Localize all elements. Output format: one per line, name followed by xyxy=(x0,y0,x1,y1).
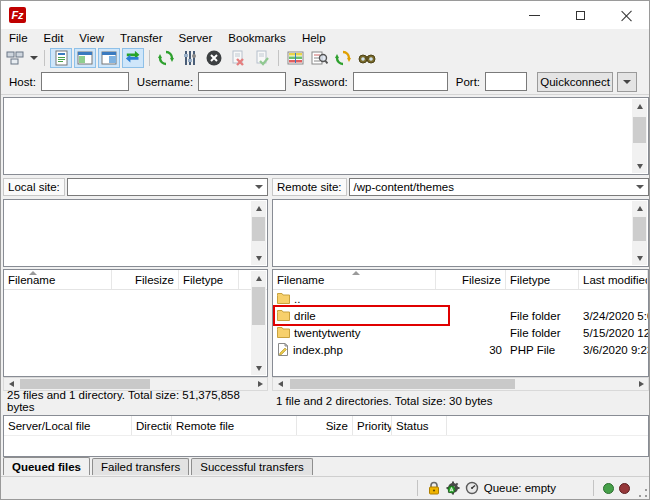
column-header-server-local-file[interactable]: Server/Local file xyxy=(4,416,132,435)
menu-view[interactable]: View xyxy=(71,29,112,47)
local-site-label: Local site: xyxy=(3,178,65,196)
minimize-icon xyxy=(529,15,540,16)
site-manager-button[interactable] xyxy=(4,48,26,68)
process-queue-button[interactable] xyxy=(179,48,201,68)
column-header-priority[interactable]: Priority xyxy=(353,416,392,435)
toolbar xyxy=(3,47,649,69)
column-header-direction[interactable]: Direction xyxy=(132,416,172,435)
resize-grip[interactable] xyxy=(639,489,647,497)
window-controls xyxy=(511,1,649,29)
tab-successful-transfers[interactable]: Successful transfers xyxy=(191,458,313,475)
synchronized-browsing-icon xyxy=(335,50,351,66)
toolbar-separator xyxy=(278,50,279,66)
file-row-parent[interactable]: .. xyxy=(273,290,648,307)
scroll-up-icon[interactable] xyxy=(632,201,647,215)
close-button[interactable] xyxy=(603,1,649,29)
quickconnect-button[interactable]: Quickconnect xyxy=(537,72,613,92)
synchronized-browsing-button[interactable] xyxy=(332,48,354,68)
chevron-down-icon xyxy=(255,185,263,189)
statusbar-separator xyxy=(593,480,594,496)
file-row-index-php[interactable]: index.php 30 PHP File 3/6/2020 9:23 xyxy=(273,341,648,358)
quickconnect-dropdown[interactable] xyxy=(617,72,637,92)
column-header-remote-file[interactable]: Remote file xyxy=(172,416,297,435)
scrollbar-thumb[interactable] xyxy=(20,379,150,389)
scrollbar-thumb[interactable] xyxy=(633,117,646,143)
scroll-down-icon[interactable] xyxy=(632,159,647,173)
column-header-size[interactable]: Size xyxy=(297,416,353,435)
message-log-scrollbar[interactable] xyxy=(632,99,647,173)
red-indicator-icon xyxy=(619,483,630,494)
column-header-filesize[interactable]: Filesize xyxy=(436,270,506,289)
minimize-button[interactable] xyxy=(511,1,557,29)
toggle-message-log-button[interactable] xyxy=(50,48,72,68)
scrollbar-thumb[interactable] xyxy=(290,379,515,389)
local-site-combobox[interactable] xyxy=(67,178,268,196)
remote-site-combobox[interactable]: /wp-content/themes xyxy=(349,178,649,196)
port-input[interactable] xyxy=(485,72,527,91)
scroll-up-icon[interactable] xyxy=(251,271,266,285)
gauge-icon[interactable] xyxy=(465,481,479,495)
remote-list-hscrollbar[interactable] xyxy=(272,377,649,391)
message-log xyxy=(3,97,649,175)
toggle-remote-tree-button[interactable] xyxy=(98,48,120,68)
delete-file-button[interactable] xyxy=(227,48,249,68)
column-header-filesize[interactable]: Filesize xyxy=(112,270,179,289)
refresh-button[interactable] xyxy=(155,48,177,68)
column-header-status[interactable]: Status xyxy=(392,416,447,435)
site-manager-dropdown[interactable] xyxy=(27,48,40,68)
scroll-right-icon[interactable] xyxy=(634,378,648,390)
scrollbar-thumb[interactable] xyxy=(633,217,646,241)
toggle-local-tree-button[interactable] xyxy=(74,48,96,68)
local-tree-scrollbar[interactable] xyxy=(251,201,266,265)
cancel-button[interactable] xyxy=(203,48,225,68)
column-header-filetype[interactable]: Filetype xyxy=(506,270,579,289)
menu-transfer[interactable]: Transfer xyxy=(112,29,170,47)
file-row-twentytwenty[interactable]: twentytwenty File folder 5/15/2020 12: xyxy=(273,324,648,341)
column-header-last-modified[interactable]: Last modified xyxy=(579,270,648,289)
scroll-down-icon[interactable] xyxy=(251,251,266,265)
menu-help[interactable]: Help xyxy=(294,29,334,47)
password-input[interactable] xyxy=(353,72,448,91)
scrollbar-thumb[interactable] xyxy=(252,217,265,241)
filezilla-window: Fz File Edit View Transfer Server Bookma… xyxy=(0,0,650,500)
host-input[interactable] xyxy=(41,72,129,91)
gear-icon[interactable] xyxy=(446,481,460,495)
file-ok-icon xyxy=(254,50,270,66)
tab-queued-files[interactable]: Queued files xyxy=(3,457,90,475)
file-ok-button[interactable] xyxy=(251,48,273,68)
column-header-filename[interactable]: Filename xyxy=(4,270,112,289)
menu-bookmarks[interactable]: Bookmarks xyxy=(220,29,294,47)
filezilla-logo-icon: Fz xyxy=(9,7,26,23)
remote-tree-scrollbar[interactable] xyxy=(632,201,647,265)
scroll-down-icon[interactable] xyxy=(632,251,647,265)
menu-edit[interactable]: Edit xyxy=(36,29,72,47)
file-size xyxy=(436,307,506,324)
folder-icon xyxy=(277,310,290,321)
toolbar-separator xyxy=(44,50,45,66)
local-tree xyxy=(3,199,268,267)
refresh-icon xyxy=(158,50,174,66)
scroll-up-icon[interactable] xyxy=(632,99,647,113)
scroll-down-icon[interactable] xyxy=(251,361,266,375)
scroll-left-icon[interactable] xyxy=(273,378,287,390)
maximize-button[interactable] xyxy=(557,1,603,29)
toolbar-separator xyxy=(149,50,150,66)
menu-file[interactable]: File xyxy=(1,29,36,47)
local-list-status: 25 files and 1 directory. Total size: 51… xyxy=(3,391,268,410)
scroll-up-icon[interactable] xyxy=(251,201,266,215)
port-label: Port: xyxy=(456,76,480,88)
column-header-filetype[interactable]: Filetype xyxy=(179,270,239,289)
toggle-transfer-queue-button[interactable] xyxy=(122,48,144,68)
directory-comparison-button[interactable] xyxy=(284,48,306,68)
filter-button[interactable] xyxy=(308,48,330,68)
find-files-button[interactable] xyxy=(356,48,378,68)
lock-icon[interactable] xyxy=(427,481,441,495)
file-row-drile[interactable]: drile File folder 3/24/2020 5:0 xyxy=(273,307,648,324)
menu-server[interactable]: Server xyxy=(170,29,220,47)
username-input[interactable] xyxy=(198,72,286,91)
scrollbar-thumb[interactable] xyxy=(252,287,265,325)
find-files-icon xyxy=(358,51,376,65)
local-list-scrollbar[interactable] xyxy=(251,271,266,375)
tab-failed-transfers[interactable]: Failed transfers xyxy=(92,458,189,475)
maximize-icon xyxy=(576,11,585,20)
